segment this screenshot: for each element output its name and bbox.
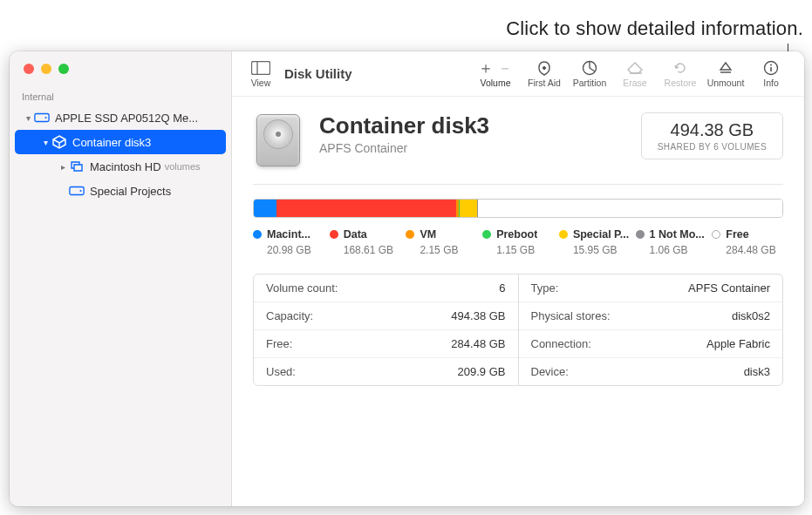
svg-rect-2 xyxy=(70,187,84,195)
toolbar-item-label: Restore xyxy=(665,78,697,88)
legend-value: 1.06 GB xyxy=(650,244,707,256)
legend-item: Preboot1.15 GB xyxy=(482,228,554,256)
volume-remove-button[interactable]: － xyxy=(497,58,513,78)
detail-value: 209.9 GB xyxy=(458,365,506,378)
restore-icon xyxy=(672,59,688,77)
legend-swatch xyxy=(253,230,262,239)
legend-name: Preboot xyxy=(496,228,537,241)
legend-swatch xyxy=(712,230,720,239)
legend-name: Special P... xyxy=(573,228,629,241)
info-button[interactable]: Info xyxy=(748,59,794,88)
toolbar-item-label: Erase xyxy=(623,78,646,88)
sidebar-item-sublabel: volumes xyxy=(165,161,201,172)
volume-icon xyxy=(69,183,85,199)
sidebar-section-label: Internal xyxy=(10,86,231,105)
usage-bar xyxy=(253,199,783,218)
legend-name: Free xyxy=(726,228,748,241)
legend-item: Free284.48 GB xyxy=(712,228,783,256)
legend-item: Special P...15.95 GB xyxy=(559,228,631,256)
detail-key: Connection: xyxy=(531,337,591,350)
sidebar-item-label: Special Projects xyxy=(90,185,171,198)
sidebar: Internal ▾APPLE SSD AP0512Q Me...▾Contai… xyxy=(10,51,232,506)
toolbar-item-label: Unmount xyxy=(707,78,745,88)
toolbar-item-label: Info xyxy=(763,78,779,88)
detail-value: APFS Container xyxy=(688,281,770,295)
legend-swatch xyxy=(482,230,491,239)
disclosure-triangle[interactable]: ▸ xyxy=(57,162,69,172)
disk-subtitle: APFS Container xyxy=(319,141,625,155)
legend-value: 168.61 GB xyxy=(344,244,401,256)
content-area: Container disk3 APFS Container 494.38 GB… xyxy=(232,97,804,506)
legend-name: Macint... xyxy=(267,228,310,241)
svg-point-1 xyxy=(44,117,46,119)
firstaid-button[interactable]: First Aid xyxy=(522,59,567,88)
view-button[interactable]: View xyxy=(242,51,279,96)
partition-icon xyxy=(582,59,597,77)
erase-icon xyxy=(626,59,644,77)
detail-key: Device: xyxy=(531,365,569,378)
sidebar-item-special-projects[interactable]: Special Projects xyxy=(15,179,226,203)
legend-item: VM2.15 GB xyxy=(406,228,477,256)
window-controls xyxy=(10,51,231,86)
legend-swatch xyxy=(559,230,568,239)
legend-swatch xyxy=(330,230,338,239)
legend-value: 1.15 GB xyxy=(496,244,554,256)
erase-button: Erase xyxy=(612,59,658,88)
detail-value: Apple Fabric xyxy=(706,337,770,350)
toolbar-item-label: Partition xyxy=(573,78,607,88)
detail-row: Capacity:494.38 GB xyxy=(254,302,518,330)
volume-label: Volume xyxy=(480,78,510,88)
minimize-button[interactable] xyxy=(41,64,51,74)
detail-row: Used:209.9 GB xyxy=(254,358,518,385)
detail-value: 494.38 GB xyxy=(451,309,505,322)
legend-swatch xyxy=(406,230,414,239)
usage-legend: Macint...20.98 GBData168.61 GBVM2.15 GBP… xyxy=(253,228,783,256)
detail-key: Physical stores: xyxy=(531,309,611,322)
legend-swatch xyxy=(636,230,645,239)
disk-utility-window: Internal ▾APPLE SSD AP0512Q Me...▾Contai… xyxy=(10,51,804,506)
sidebar-item-label: Container disk3 xyxy=(72,136,151,149)
toolbar-item-label: First Aid xyxy=(528,78,561,88)
svg-rect-0 xyxy=(35,114,49,122)
info-icon xyxy=(763,59,779,77)
disk-title: Container disk3 xyxy=(319,112,625,139)
disclosure-triangle[interactable]: ▾ xyxy=(22,113,34,123)
legend-item: Data168.61 GB xyxy=(330,228,401,256)
window-title: Disk Utility xyxy=(284,66,352,81)
detail-row: Physical stores:disk0s2 xyxy=(519,302,783,330)
volume-button-group: ＋ － Volume xyxy=(469,59,522,88)
detail-key: Used: xyxy=(266,365,296,378)
sidebar-item-label: Macintosh HD xyxy=(90,160,161,173)
detail-row: Type:APFS Container xyxy=(519,274,783,302)
unmount-button[interactable]: Unmount xyxy=(703,59,748,88)
size-box: 494.38 GB SHARED BY 6 VOLUMES xyxy=(641,112,783,159)
legend-item: Macint...20.98 GB xyxy=(253,228,324,256)
main-pane: View Disk Utility ＋ － Volume First AidPa… xyxy=(232,51,804,506)
sidebar-icon xyxy=(251,59,270,77)
volumes-icon xyxy=(69,159,85,174)
legend-value: 20.98 GB xyxy=(267,244,324,256)
volume-add-button[interactable]: ＋ xyxy=(478,58,494,78)
usage-segment-data xyxy=(276,200,457,217)
details-col-right: Type:APFS ContainerPhysical stores:disk0… xyxy=(519,274,783,385)
disclosure-triangle[interactable]: ▾ xyxy=(39,138,51,147)
legend-value: 2.15 GB xyxy=(420,244,477,256)
svg-rect-4 xyxy=(252,62,270,75)
partition-button[interactable]: Partition xyxy=(567,59,612,88)
detail-key: Volume count: xyxy=(266,281,338,295)
detail-value: disk3 xyxy=(744,365,770,378)
toolbar: View Disk Utility ＋ － Volume First AidPa… xyxy=(232,51,804,97)
close-button[interactable] xyxy=(24,64,34,74)
container-icon xyxy=(51,134,67,150)
details-panel: Volume count:6Capacity:494.38 GBFree:284… xyxy=(253,274,783,386)
unmount-icon xyxy=(718,59,734,77)
zoom-button[interactable] xyxy=(58,64,69,74)
usage-segment-free xyxy=(478,200,782,217)
svg-point-3 xyxy=(79,190,81,192)
detail-row: Free:284.48 GB xyxy=(254,330,518,358)
detail-value: 284.48 GB xyxy=(451,337,505,350)
sidebar-item-apple-ssd-ap0512q-me[interactable]: ▾APPLE SSD AP0512Q Me... xyxy=(15,105,226,130)
view-label: View xyxy=(251,78,271,88)
sidebar-item-container-disk3[interactable]: ▾Container disk3 xyxy=(15,130,226,154)
sidebar-item-macintosh-hd[interactable]: ▸Macintosh HDvolumes xyxy=(15,154,226,179)
